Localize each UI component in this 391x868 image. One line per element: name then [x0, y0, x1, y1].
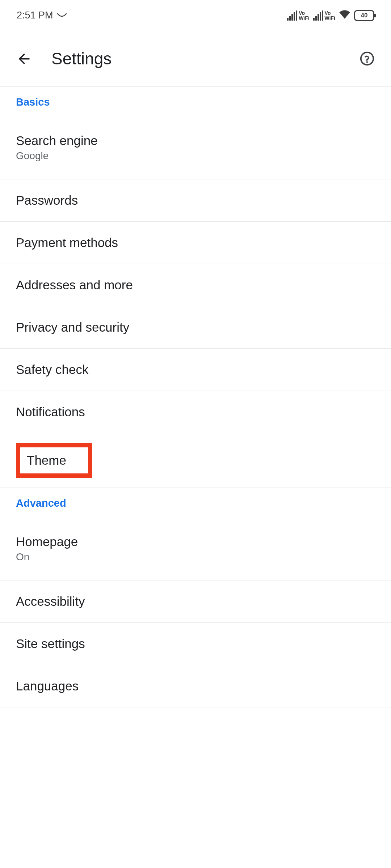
page-title: Settings: [51, 49, 340, 68]
section-basics: Basics: [0, 87, 391, 116]
arrow-left-icon: [16, 51, 32, 67]
battery-icon: 40: [354, 10, 374, 21]
sim2-signal-icon: VoWiFi: [313, 10, 335, 21]
item-title: Theme: [27, 453, 66, 467]
item-theme[interactable]: Theme: [0, 433, 391, 488]
item-title: Homepage: [16, 535, 375, 549]
item-passwords[interactable]: Passwords: [0, 179, 391, 222]
item-search-engine[interactable]: Search engine Google: [0, 116, 391, 179]
item-site-settings[interactable]: Site settings: [0, 623, 391, 665]
item-accessibility[interactable]: Accessibility: [0, 580, 391, 623]
app-bar: Settings: [0, 31, 391, 87]
item-subtitle: Google: [16, 150, 375, 162]
settings-list: Basics Search engine Google Passwords Pa…: [0, 87, 391, 707]
item-title: Languages: [16, 679, 375, 693]
item-homepage[interactable]: Homepage On: [0, 517, 391, 580]
help-circle-icon: [359, 50, 375, 67]
status-icons: VoWiFi VoWiFi 40: [287, 8, 374, 22]
back-button[interactable]: [14, 49, 33, 68]
item-title: Search engine: [16, 133, 375, 148]
sim2-vowifi-label: VoWiFi: [325, 10, 335, 21]
item-subtitle: On: [16, 551, 375, 563]
item-title: Privacy and security: [16, 320, 375, 335]
help-button[interactable]: [358, 49, 377, 68]
item-languages[interactable]: Languages: [0, 665, 391, 707]
item-title: Addresses and more: [16, 278, 375, 292]
battery-level: 40: [361, 12, 368, 19]
status-time-group: 2:51 PM: [17, 10, 67, 21]
item-title: Accessibility: [16, 594, 375, 609]
notification-indicator-icon: [57, 13, 67, 18]
item-notifications[interactable]: Notifications: [0, 391, 391, 433]
status-bar: 2:51 PM VoWiFi VoWiFi 40: [0, 0, 391, 31]
item-title: Notifications: [16, 405, 375, 419]
item-payment-methods[interactable]: Payment methods: [0, 222, 391, 264]
status-time: 2:51 PM: [17, 10, 53, 21]
item-safety-check[interactable]: Safety check: [0, 349, 391, 391]
sim1-vowifi-label: VoWiFi: [299, 10, 309, 21]
wifi-icon: [339, 8, 350, 22]
section-advanced: Advanced: [0, 488, 391, 517]
item-title: Safety check: [16, 362, 375, 377]
item-title: Passwords: [16, 193, 375, 208]
item-title: Site settings: [16, 637, 375, 651]
item-title: Payment methods: [16, 235, 375, 250]
item-privacy-security[interactable]: Privacy and security: [0, 306, 391, 349]
item-addresses[interactable]: Addresses and more: [0, 264, 391, 306]
sim1-signal-icon: VoWiFi: [287, 10, 309, 21]
highlight-box: Theme: [16, 443, 92, 478]
